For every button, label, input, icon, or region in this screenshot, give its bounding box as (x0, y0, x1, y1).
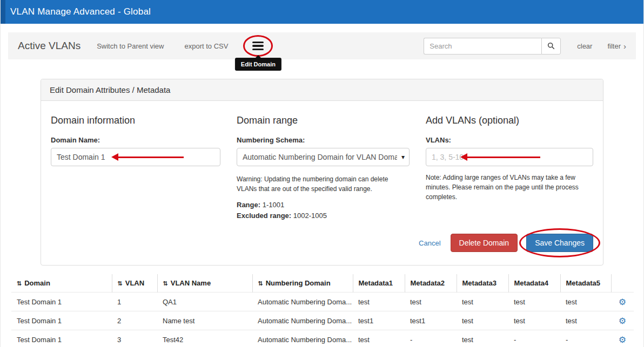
col-header-domain[interactable]: ⇅Domain (11, 274, 112, 292)
col-header-metadata2: Metadata2 (405, 274, 457, 292)
col-header-label: Metadata1 (359, 279, 393, 287)
cell-metadata5: test (560, 292, 611, 311)
col-header-vlan-name[interactable]: ⇅VLAN Name (157, 274, 252, 292)
filter-link[interactable]: filter › (607, 42, 626, 50)
gear-icon[interactable]: ⚙ (619, 297, 626, 307)
caret-down-icon: ▾ (401, 153, 405, 161)
col-header-metadata1: Metadata1 (353, 274, 405, 292)
switch-parent-view-link[interactable]: Switch to Parent view (97, 42, 164, 50)
cell-vlan: 3 (112, 330, 157, 347)
col-header-label: Metadata4 (514, 279, 549, 287)
gear-icon[interactable]: ⚙ (619, 316, 626, 325)
row-actions-cell: ⚙ (611, 330, 634, 347)
cell-metadata4: test (508, 311, 560, 330)
search-button[interactable] (541, 38, 561, 55)
cell-domain: Test Domain 1 (11, 330, 112, 347)
toolbar: Active VLANs Switch to Parent view expor… (8, 32, 636, 59)
cell-metadata2: test (405, 292, 457, 311)
table-body: Test Domain 1 1 QA1 Automatic Numbering … (11, 292, 634, 347)
cell-metadata3: test (457, 330, 508, 347)
numbering-schema-select[interactable]: Automatic Numbering Domain for VLAN Doma… (237, 148, 410, 166)
section-heading-add-vlans: Add VLANs (optional) (426, 115, 593, 126)
col-header-label: Domain (24, 279, 50, 287)
excluded-range-line: Excluded range: 1002-1005 (237, 212, 410, 220)
numbering-schema-label: Numbering Schema: (237, 136, 410, 144)
save-button-wrap: Save Changes (526, 234, 593, 252)
cell-numbering-domain: Automatic Numbering Doma... (252, 311, 353, 330)
excluded-range-value: 1002-1005 (293, 212, 327, 220)
cell-metadata5: - (560, 330, 611, 347)
domain-name-label: Domain Name: (51, 136, 220, 144)
range-warning-text: Warning: Updating the numbering domain c… (237, 174, 401, 194)
vlans-note-text: Note: Adding large ranges of VLANs may t… (426, 173, 588, 202)
edit-domain-panel: Edit Domain Attributes / Metadata Domain… (41, 79, 603, 266)
cell-metadata1: test1 (353, 311, 405, 330)
export-csv-link[interactable]: export to CSV (184, 42, 228, 50)
row-actions-cell: ⚙ (611, 292, 634, 311)
domain-menu-button[interactable] (251, 39, 265, 52)
active-vlans-title: Active VLANs (18, 40, 81, 52)
domain-name-input-wrap (51, 148, 220, 166)
header-accent (1, 0, 5, 24)
domain-information-section: Domain information Domain Name: (51, 112, 220, 220)
cancel-link[interactable]: Cancel (419, 239, 440, 247)
vlans-input[interactable] (426, 148, 593, 166)
cell-vlan-name: Name test (157, 311, 252, 330)
excluded-range-label: Excluded range: (237, 212, 291, 220)
cell-metadata5: test (560, 311, 611, 330)
cell-metadata4: - (508, 330, 560, 347)
cell-metadata1: test (353, 330, 405, 347)
col-header-metadata5: Metadata5 (560, 274, 611, 292)
chevron-right-icon: › (623, 42, 626, 50)
range-value: 1-1001 (263, 201, 284, 209)
toolbar-right: clear filter › (424, 38, 626, 55)
panel-heading: Edit Domain Attributes / Metadata (41, 79, 603, 101)
gear-icon[interactable]: ⚙ (619, 335, 626, 344)
col-header-label: VLAN Name (171, 279, 211, 287)
hamburger-icon (252, 42, 264, 50)
col-header-label: Numbering Domain (266, 279, 331, 287)
table-row: Test Domain 1 3 Test42 Automatic Numberi… (11, 330, 634, 347)
table-row: Test Domain 1 1 QA1 Automatic Numbering … (11, 292, 634, 311)
col-header-numbering-domain[interactable]: ⇅Numbering Domain (252, 274, 353, 292)
search-input[interactable] (424, 38, 541, 55)
panel-actions: Cancel Delete Domain Save Changes (51, 234, 593, 252)
sort-icon: ⇅ (17, 280, 22, 287)
col-header-label: Metadata2 (411, 279, 445, 287)
clear-link[interactable]: clear (577, 42, 592, 50)
delete-domain-button[interactable]: Delete Domain (451, 234, 518, 252)
cell-metadata3: test (457, 311, 508, 330)
sort-icon: ⇅ (118, 280, 123, 287)
sort-icon: ⇅ (258, 280, 263, 287)
domain-range-section: Domain range Numbering Schema: Automatic… (237, 112, 410, 220)
cell-metadata1: test (353, 292, 405, 311)
cell-metadata2: - (405, 330, 457, 347)
cell-metadata4: test (508, 292, 560, 311)
col-header-label: Metadata3 (462, 279, 497, 287)
col-header-metadata4: Metadata4 (508, 274, 560, 292)
table-header: ⇅Domain ⇅VLAN ⇅VLAN Name ⇅Numbering Doma… (11, 274, 634, 292)
section-heading-domain-range: Domain range (237, 115, 410, 126)
add-vlans-section: Add VLANs (optional) VLANs: Note: Adding… (426, 112, 593, 220)
col-header-actions (611, 274, 634, 292)
save-changes-button[interactable]: Save Changes (526, 234, 593, 252)
cell-numbering-domain: Automatic Numbering Doma... (252, 330, 353, 347)
sort-icon: ⇅ (163, 280, 168, 287)
cell-domain: Test Domain 1 (11, 311, 112, 330)
tooltip-label: Edit Domain (241, 61, 276, 67)
domain-name-input[interactable] (51, 148, 220, 166)
row-actions-cell: ⚙ (611, 311, 634, 330)
col-header-label: Metadata5 (566, 279, 601, 287)
col-header-label: VLAN (125, 279, 144, 287)
col-header-metadata3: Metadata3 (457, 274, 508, 292)
search-icon (547, 42, 555, 50)
vlan-table: ⇅Domain ⇅VLAN ⇅VLAN Name ⇅Numbering Doma… (11, 274, 634, 347)
search-group (424, 38, 561, 55)
vlans-input-wrap (426, 148, 593, 166)
filter-label: filter (607, 42, 621, 50)
domain-menu-wrap: Edit Domain (251, 39, 265, 52)
cell-vlan-name: Test42 (157, 330, 252, 347)
col-header-vlan[interactable]: ⇅VLAN (112, 274, 157, 292)
vlan-manage-page: VLAN Manage Advanced - Global Active VLA… (0, 0, 644, 347)
vlans-label: VLANs: (426, 136, 593, 144)
